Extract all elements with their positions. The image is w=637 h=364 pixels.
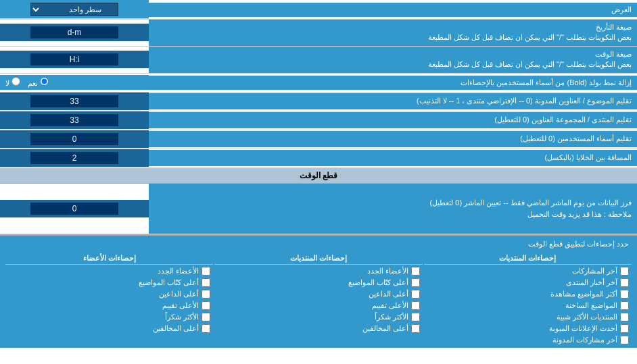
- cutoff-section-header: قطع الوقت: [0, 168, 637, 184]
- col2-check-3[interactable]: [411, 301, 420, 310]
- col1-check-0[interactable]: [620, 267, 629, 276]
- col1-item-0: آخر المشاركات: [424, 266, 632, 276]
- col1-label-1: آخر أخبار المنتدى: [566, 278, 617, 287]
- usernames-row: تقليم أسماء المستخدمين (0 للتعطيل) 0: [0, 130, 637, 149]
- col1-item-3: المواضيع الساخنة: [424, 301, 632, 311]
- forum-row: تقليم المنتدى / المجموعة العناوين (0 للت…: [0, 111, 637, 130]
- col3-item-0: الأعضاء الجدد: [5, 266, 213, 276]
- subjects-input[interactable]: 33: [30, 95, 118, 107]
- col3-check-0[interactable]: [202, 267, 210, 276]
- col2-item-2: أعلى الداعين: [214, 289, 422, 299]
- cutoff-row: فرز البيانات من يوم الماشر الماضي فقط --…: [0, 184, 637, 234]
- col3-item-1: أعلى كتّاب المواضيع: [5, 278, 213, 288]
- col3-label-0: الأعضاء الجدد: [158, 267, 199, 276]
- subjects-row: تقليم الموضوع / العناوين المدونة (0 -- ا…: [0, 93, 637, 111]
- col2-item-4: الأكثر شكراً: [214, 312, 422, 322]
- cutoff-input-area: 0: [0, 200, 149, 217]
- cutoff-input[interactable]: 0: [30, 203, 118, 215]
- col1-item-6: آخر مشاركات المدونة: [424, 335, 632, 345]
- col1-check-5[interactable]: [620, 324, 629, 333]
- col2-label-1: أعلى كتّاب المواضيع: [348, 278, 408, 287]
- col3-label-5: أعلى المخالفين: [153, 324, 199, 333]
- bold-yes-label: نعم: [28, 77, 51, 88]
- forum-input[interactable]: 33: [30, 114, 118, 126]
- col1-check-6[interactable]: [620, 336, 629, 344]
- stats-grid: إحصاءات المنتديات آخر المشاركات آخر أخبا…: [5, 253, 632, 345]
- subjects-label: تقليم الموضوع / العناوين المدونة (0 -- ا…: [149, 93, 637, 109]
- stats-limit-label: حدد إحصاءات لتطبيق قطع الوقت: [5, 238, 632, 250]
- col3-item-5: أعلى المخالفين: [5, 323, 213, 334]
- bold-yes-radio[interactable]: [40, 77, 49, 86]
- col1-item-4: المنتديات الأكثر شبية: [424, 312, 632, 322]
- col2-label-0: الأعضاء الجدد: [367, 267, 408, 276]
- usernames-label: تقليم أسماء المستخدمين (0 للتعطيل): [149, 131, 637, 147]
- cutoff-label: فرز البيانات من يوم الماشر الماضي فقط --…: [149, 184, 637, 234]
- col2-label-2: أعلى الداعين: [369, 290, 408, 298]
- col3-item-3: الأعلى تقييم: [5, 301, 213, 311]
- spacing-input[interactable]: 2: [30, 152, 118, 164]
- bold-no-label: لا: [5, 77, 22, 88]
- col2: إحصاءات المنتديات الأعضاء الجدد أعلى كتّ…: [214, 253, 422, 345]
- title-label: العرض: [149, 3, 637, 17]
- col3-check-5[interactable]: [202, 324, 210, 333]
- usernames-input[interactable]: 0: [30, 133, 118, 145]
- display-select[interactable]: سطر واحد سطران ثلاثة أسطر: [30, 3, 118, 16]
- time-format-input-area: H:i: [0, 51, 149, 68]
- col1-check-2[interactable]: [620, 290, 629, 298]
- forum-input-area: 33: [0, 111, 149, 129]
- col2-label-3: الأعلى تقييم: [372, 301, 408, 310]
- col3-header: إحصاءات الأعضاء: [5, 253, 213, 265]
- col2-label-5: أعلى المخالفين: [362, 324, 408, 333]
- main-container: العرض سطر واحد سطران ثلاثة أسطر صيغة الت…: [0, 0, 637, 348]
- bold-no-radio[interactable]: [11, 77, 20, 86]
- title-row: العرض سطر واحد سطران ثلاثة أسطر: [0, 0, 637, 20]
- col2-check-1[interactable]: [411, 278, 420, 287]
- col2-check-4[interactable]: [411, 313, 420, 321]
- time-format-row: صيغة الوقت بعض التكوينات يتطلب "/" التي …: [0, 47, 637, 74]
- col3-label-3: الأعلى تقييم: [162, 301, 199, 310]
- col2-header: إحصاءات المنتديات: [214, 253, 422, 265]
- time-format-input[interactable]: H:i: [30, 53, 118, 66]
- col1-header: إحصاءات المنتديات: [424, 253, 632, 265]
- col1-check-3[interactable]: [620, 301, 629, 310]
- col2-label-4: الأكثر شكراً: [375, 313, 408, 321]
- dropdown-area[interactable]: سطر واحد سطران ثلاثة أسطر: [0, 0, 149, 19]
- col1-label-2: أكثر المواضيع مشاهدة: [550, 290, 617, 298]
- col1-label-3: المواضيع الساخنة: [565, 301, 617, 310]
- col3: إحصاءات الأعضاء الأعضاء الجدد أعلى كتّاب…: [5, 253, 213, 345]
- spacing-row: المسافة بين الخلايا (بالبكسل) 2: [0, 149, 637, 168]
- col1-check-4[interactable]: [620, 313, 629, 321]
- col3-check-4[interactable]: [202, 313, 210, 321]
- bold-label: إزالة نمط بولد (Bold) من أسماء المستخدمي…: [149, 76, 637, 90]
- bold-radio-area: نعم لا: [0, 75, 149, 90]
- col1-label-0: آخر المشاركات: [572, 267, 617, 276]
- col3-check-2[interactable]: [202, 290, 210, 298]
- col3-check-1[interactable]: [202, 278, 210, 287]
- col3-check-3[interactable]: [202, 301, 210, 310]
- col1-item-2: أكثر المواضيع مشاهدة: [424, 289, 632, 299]
- forum-label: تقليم المنتدى / المجموعة العناوين (0 للت…: [149, 112, 637, 128]
- subjects-input-area: 33: [0, 93, 149, 110]
- date-format-row: صيغة التأريخ بعض التكوينات يتطلب "/" الت…: [0, 20, 637, 47]
- bold-row: إزالة نمط بولد (Bold) من أسماء المستخدمي…: [0, 74, 637, 93]
- date-format-input[interactable]: d-m: [30, 26, 118, 38]
- col1: إحصاءات المنتديات آخر المشاركات آخر أخبا…: [424, 253, 632, 345]
- usernames-input-area: 0: [0, 130, 149, 148]
- spacing-input-area: 2: [0, 149, 149, 167]
- col2-check-2[interactable]: [411, 290, 420, 298]
- date-format-input-area: d-m: [0, 24, 149, 41]
- col1-item-5: أحدث الإعلانات المبوبة: [424, 323, 632, 334]
- col2-item-5: أعلى المخالفين: [214, 323, 422, 334]
- col1-check-1[interactable]: [620, 278, 629, 287]
- col3-label-2: أعلى الداعين: [159, 290, 199, 298]
- time-format-label: صيغة الوقت بعض التكوينات يتطلب "/" التي …: [149, 47, 637, 73]
- col2-item-3: الأعلى تقييم: [214, 301, 422, 311]
- col2-check-5[interactable]: [411, 324, 420, 333]
- col2-check-0[interactable]: [411, 267, 420, 276]
- stats-section: حدد إحصاءات لتطبيق قطع الوقت إحصاءات الم…: [0, 234, 637, 348]
- col3-item-2: أعلى الداعين: [5, 289, 213, 299]
- col3-label-1: أعلى كتّاب المواضيع: [139, 278, 199, 287]
- date-format-label: صيغة التأريخ بعض التكوينات يتطلب "/" الت…: [149, 20, 637, 46]
- col1-label-5: أحدث الإعلانات المبوبة: [549, 324, 617, 333]
- col1-label-6: آخر مشاركات المدونة: [552, 336, 617, 344]
